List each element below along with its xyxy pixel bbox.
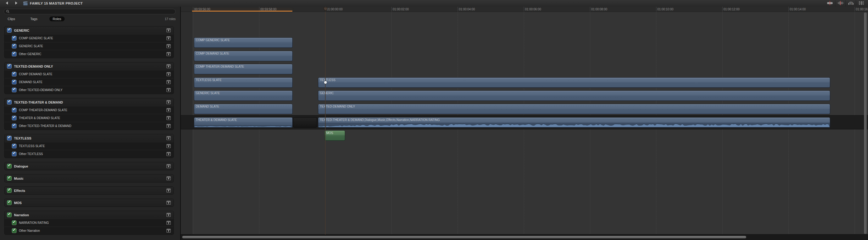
role-checkbox[interactable]: [12, 229, 17, 233]
show-role-in-timeline-button[interactable]: [166, 200, 171, 205]
timeline-clip[interactable]: MOS: [324, 130, 345, 141]
role-checkbox[interactable]: [7, 28, 11, 33]
role-row[interactable]: MOS: [5, 199, 174, 206]
show-role-in-timeline-button[interactable]: [166, 152, 171, 156]
show-role-in-timeline-button[interactable]: [166, 64, 171, 69]
back-button[interactable]: [2, 0, 11, 7]
role-row[interactable]: TEXTED-DEMAND ONLY: [5, 62, 174, 70]
timeline-clip[interactable]: TEXTLESS: [318, 77, 830, 88]
role-checkbox[interactable]: [7, 213, 11, 217]
show-role-in-timeline-button[interactable]: [166, 44, 171, 48]
role-checkbox[interactable]: [7, 188, 11, 193]
subrole-row[interactable]: Other GENERIC: [5, 50, 174, 58]
subrole-row[interactable]: GENERIC SLATE: [5, 42, 174, 50]
role-checkbox[interactable]: [12, 144, 17, 148]
subrole-row[interactable]: Other TEXTLESS: [5, 150, 174, 158]
subrole-row[interactable]: THEATER & DEMAND SLATE: [5, 114, 174, 122]
show-role-in-timeline-button[interactable]: [166, 220, 171, 225]
timeline-clip[interactable]: GENERIC: [318, 91, 830, 101]
timeline-clip[interactable]: TEXTED-DEMAND ONLY: [318, 104, 830, 114]
show-role-in-timeline-button[interactable]: [166, 52, 171, 56]
role-checkbox[interactable]: [12, 52, 17, 56]
role-row[interactable]: TEXTED-THEATER & DEMAND: [5, 98, 174, 106]
subrole-row[interactable]: TEXTLESS SLATE: [5, 142, 174, 150]
clip-skimming-button[interactable]: [825, 0, 835, 6]
show-role-in-timeline-button[interactable]: [166, 108, 171, 112]
subrole-row[interactable]: COMP DEMAND SLATE: [5, 70, 174, 78]
timeline-clip[interactable]: COMP GENERIC SLATE: [194, 37, 293, 48]
tab-tags[interactable]: Tags: [27, 16, 40, 21]
show-role-in-timeline-button[interactable]: [166, 176, 171, 181]
role-checkbox[interactable]: [12, 152, 17, 156]
role-label: MOS: [14, 201, 22, 205]
horizontal-scrollbar-track[interactable]: [181, 234, 868, 240]
role-checkbox[interactable]: [12, 36, 17, 40]
solo-button[interactable]: S: [845, 0, 856, 6]
timecode-label: 01:00:02:00: [393, 8, 409, 11]
subrole-row[interactable]: NARRATION RATING: [5, 219, 174, 227]
timeline-clip[interactable]: TEXTLESS SLATE: [194, 77, 293, 88]
forward-button[interactable]: [12, 0, 21, 7]
role-checkbox[interactable]: [12, 116, 17, 120]
horizontal-scrollbar-thumb[interactable]: [182, 236, 746, 238]
role-row[interactable]: Narration: [5, 211, 174, 219]
role-checkbox[interactable]: [12, 108, 17, 112]
role-checkbox[interactable]: [7, 64, 11, 69]
show-role-in-timeline-button[interactable]: [166, 188, 171, 193]
playhead-line[interactable]: [325, 12, 326, 235]
subrole-row[interactable]: DEMAND SLATE: [5, 78, 174, 86]
role-checkbox[interactable]: [7, 136, 11, 140]
role-row[interactable]: GENERIC: [5, 27, 174, 34]
show-role-in-timeline-button[interactable]: [166, 88, 171, 92]
subrole-row[interactable]: Other TEXTED-DEMAND ONLY: [5, 86, 174, 94]
role-row[interactable]: Dialogue: [5, 162, 174, 170]
show-role-in-timeline-button[interactable]: [166, 28, 171, 33]
role-row[interactable]: Effects: [5, 187, 174, 194]
timeline-clip[interactable]: TEXTED-THEATER & DEMAND,Dialogue,Music,E…: [318, 117, 830, 128]
snapping-button[interactable]: [856, 0, 866, 6]
subrole-row[interactable]: Other TEXTED-THEATER & DEMAND: [5, 122, 174, 130]
show-role-in-timeline-button[interactable]: [166, 213, 171, 217]
show-role-in-timeline-button[interactable]: [166, 36, 171, 40]
role-checkbox[interactable]: [7, 100, 11, 104]
role-checkbox[interactable]: [7, 164, 11, 168]
role-checkbox[interactable]: [7, 176, 11, 181]
role-checkbox[interactable]: [12, 72, 17, 76]
role-checkbox[interactable]: [7, 200, 11, 205]
audio-skimming-button[interactable]: [835, 0, 845, 6]
timeline-clip[interactable]: DEMAND SLATE: [194, 104, 293, 114]
show-role-in-timeline-button[interactable]: [166, 136, 171, 140]
playhead-handle[interactable]: [323, 7, 328, 13]
tab-clips[interactable]: Clips: [4, 16, 18, 21]
role-group: NarrationNARRATION RATINGOther Narration: [4, 211, 174, 235]
show-role-in-timeline-button[interactable]: [166, 144, 171, 148]
vertical-scrollbar-thumb[interactable]: [864, 12, 867, 234]
subrole-row[interactable]: Other Narration: [5, 227, 174, 235]
role-checkbox[interactable]: [12, 44, 17, 48]
show-role-in-timeline-button[interactable]: [166, 229, 171, 233]
timeline-clip[interactable]: COMP THEATER-DEMAND SLATE: [194, 64, 293, 74]
timeline-clip[interactable]: COMP DEMAND SLATE: [194, 51, 293, 61]
show-role-in-timeline-button[interactable]: [166, 80, 171, 84]
role-row[interactable]: TEXTLESS: [5, 134, 174, 142]
show-role-in-timeline-button[interactable]: [166, 72, 171, 76]
role-checkbox[interactable]: [12, 220, 17, 225]
role-checkbox[interactable]: [12, 80, 17, 84]
search-field[interactable]: [4, 9, 176, 14]
role-row[interactable]: Music: [5, 174, 174, 182]
subrole-row[interactable]: COMP THEATER-DEMAND SLATE: [5, 106, 174, 114]
clip-label: MOS: [326, 131, 345, 135]
show-role-in-timeline-button[interactable]: [166, 164, 171, 168]
role-checkbox[interactable]: [12, 88, 17, 92]
timeline-clip[interactable]: GENERIC SLATE: [194, 91, 293, 101]
timeline-ruler[interactable]: 00:59:56:0000:59:58:0001:00:00:0001:00:0…: [181, 7, 868, 12]
gap-clip[interactable]: [293, 117, 317, 128]
subrole-row[interactable]: COMP GENERIC SLATE: [5, 34, 174, 42]
role-checkbox[interactable]: [12, 124, 17, 128]
timeline-clip[interactable]: THEATER & DEMAND SLATE: [194, 117, 293, 128]
show-role-in-timeline-button[interactable]: [166, 124, 171, 128]
search-input[interactable]: [11, 10, 173, 14]
show-role-in-timeline-button[interactable]: [166, 100, 171, 104]
show-role-in-timeline-button[interactable]: [166, 116, 171, 120]
tab-roles[interactable]: Roles: [50, 16, 65, 21]
